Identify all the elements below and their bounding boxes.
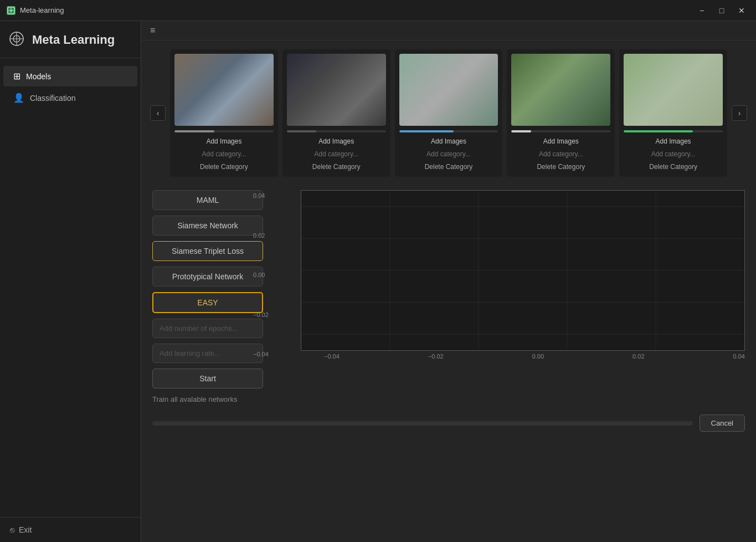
card-progress-2 [399,130,498,132]
category-input-0[interactable] [174,150,274,158]
bottom-panel: MAMLSiamese NetworkSiamese Triplet LossP… [141,181,756,415]
cancel-button[interactable]: Cancel [700,415,745,432]
image-card-3: Add Images Delete Category [507,49,615,177]
sidebar-title: Meta Learning [32,33,115,47]
delete-category-button-2[interactable]: Delete Category [420,161,477,172]
menu-icon[interactable]: ≡ [150,25,155,35]
category-input-1[interactable] [287,150,386,158]
y-label: 0.02 [253,232,269,239]
card-image-3 [511,54,610,126]
x-label: 0.04 [733,353,745,360]
image-card-1: Add Images Delete Category [282,49,390,177]
model-btn-maml[interactable]: MAML [152,190,263,210]
exit-button[interactable]: ⎋ Exit [0,517,141,542]
epoch-input[interactable] [152,319,263,338]
sidebar-item-models-label: Models [26,72,51,81]
maximize-button[interactable]: □ [714,4,729,17]
add-images-button-2[interactable]: Add Images [426,136,471,147]
delete-category-button-4[interactable]: Delete Category [645,161,702,172]
model-btn-prototypical-network[interactable]: Prototypical Network [152,267,263,287]
sidebar-item-classification-label: Classification [30,94,75,103]
image-card-4: Add Images Delete Category [619,49,727,177]
chart-area: 0.040.020.00−0.02−0.04 [276,190,745,403]
y-label: −0.04 [253,351,269,357]
y-label: −0.02 [253,311,269,318]
main-toolbar: ≡ [141,21,756,40]
bottom-progress-bar-area: Cancel [141,415,756,437]
minimize-button[interactable]: − [694,4,709,17]
main-content: ≡ ‹ Add Images Delete Category Add Image… [141,21,756,542]
add-images-button-4[interactable]: Add Images [651,136,696,147]
card-image-1 [287,54,386,126]
add-images-button-1[interactable]: Add Images [314,136,358,147]
image-cards-section: ‹ Add Images Delete Category Add Images … [141,40,756,181]
model-btn-siamese-triplet-loss[interactable]: Siamese Triplet Loss [152,241,263,261]
image-card-2: Add Images Delete Category [395,49,503,177]
sidebar: Meta Learning ⊞ Models 👤 Classification … [0,21,141,542]
models-icon: ⊞ [13,71,20,81]
delete-category-button-3[interactable]: Delete Category [532,161,589,172]
lr-input[interactable] [152,344,263,363]
delete-category-button-0[interactable]: Delete Category [196,161,253,172]
x-label: −0.04 [324,353,340,360]
chart-plot [301,190,745,351]
add-images-button-0[interactable]: Add Images [202,136,246,147]
chart-x-labels: −0.04−0.020.000.020.04 [301,351,745,360]
y-label: 0.04 [253,192,269,199]
prev-arrow-button[interactable]: ‹ [150,105,166,121]
start-button[interactable]: Start [152,369,263,388]
x-label: 0.02 [632,353,644,360]
card-progress-4 [624,130,723,132]
delete-category-button-1[interactable]: Delete Category [308,161,365,172]
app-layout: Meta Learning ⊞ Models 👤 Classification … [0,21,756,542]
model-btn-easy[interactable]: EASY [152,292,263,313]
title-bar: Meta-learning − □ ✕ [0,0,756,21]
card-image-4 [624,54,723,126]
close-button[interactable]: ✕ [734,4,749,17]
chart-y-labels: 0.040.020.00−0.02−0.04 [253,190,269,360]
title-bar-controls: − □ ✕ [694,4,749,17]
image-card-0: Add Images Delete Category [170,49,278,177]
x-label: 0.00 [532,353,544,360]
y-label: 0.00 [253,272,269,278]
sidebar-item-models[interactable]: ⊞ Models [3,66,137,86]
category-input-3[interactable] [511,150,610,158]
sidebar-nav: ⊞ Models 👤 Classification [0,58,141,517]
card-image-0 [174,54,274,126]
sidebar-item-classification[interactable]: 👤 Classification [3,88,137,108]
card-progress-1 [287,130,386,132]
add-images-button-3[interactable]: Add Images [539,136,583,147]
sidebar-logo-icon [9,31,27,49]
image-cards-container: Add Images Delete Category Add Images De… [170,49,727,177]
category-input-4[interactable] [624,150,723,158]
title-bar-left: Meta-learning [7,6,64,15]
model-btn-siamese-network[interactable]: Siamese Network [152,216,263,236]
progress-bar-track [152,421,693,426]
card-image-2 [399,54,498,126]
controls-column: MAMLSiamese NetworkSiamese Triplet LossP… [152,190,263,403]
x-label: −0.02 [428,353,444,360]
train-all-label: Train all avalable networks [152,394,263,403]
card-progress-3 [511,130,610,132]
exit-icon: ⎋ [10,525,14,534]
app-icon [7,6,16,15]
category-input-2[interactable] [399,150,498,158]
window-title: Meta-learning [20,6,64,14]
sidebar-header: Meta Learning [0,21,141,58]
exit-label: Exit [19,525,32,534]
next-arrow-button[interactable]: › [732,105,747,121]
classification-icon: 👤 [13,93,24,103]
card-progress-0 [174,130,274,132]
